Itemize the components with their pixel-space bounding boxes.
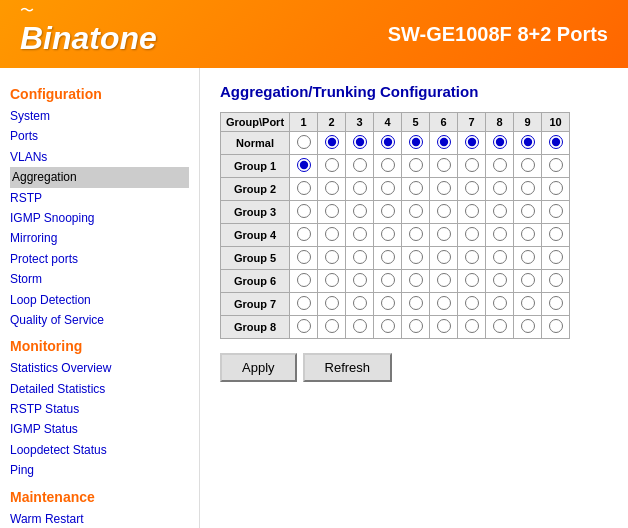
sidebar-link-detailed-statistics[interactable]: Detailed Statistics xyxy=(10,379,189,399)
radio-0-6[interactable] xyxy=(465,135,479,149)
radio-cell-6-8[interactable] xyxy=(514,270,542,293)
radio-6-0[interactable] xyxy=(297,273,311,287)
radio-1-9[interactable] xyxy=(549,158,563,172)
radio-1-8[interactable] xyxy=(521,158,535,172)
radio-cell-0-4[interactable] xyxy=(402,132,430,155)
radio-5-3[interactable] xyxy=(381,250,395,264)
radio-cell-6-4[interactable] xyxy=(402,270,430,293)
radio-4-4[interactable] xyxy=(409,227,423,241)
radio-cell-1-2[interactable] xyxy=(346,155,374,178)
radio-5-9[interactable] xyxy=(549,250,563,264)
radio-3-7[interactable] xyxy=(493,204,507,218)
radio-cell-7-1[interactable] xyxy=(318,293,346,316)
radio-2-5[interactable] xyxy=(437,181,451,195)
radio-5-6[interactable] xyxy=(465,250,479,264)
radio-5-0[interactable] xyxy=(297,250,311,264)
radio-cell-5-4[interactable] xyxy=(402,247,430,270)
radio-cell-0-0[interactable] xyxy=(290,132,318,155)
sidebar-link-rstp-status[interactable]: RSTP Status xyxy=(10,399,189,419)
radio-4-3[interactable] xyxy=(381,227,395,241)
radio-7-7[interactable] xyxy=(493,296,507,310)
radio-7-3[interactable] xyxy=(381,296,395,310)
radio-cell-8-2[interactable] xyxy=(346,316,374,339)
radio-cell-4-0[interactable] xyxy=(290,224,318,247)
radio-2-1[interactable] xyxy=(325,181,339,195)
radio-cell-1-3[interactable] xyxy=(374,155,402,178)
radio-6-7[interactable] xyxy=(493,273,507,287)
radio-4-2[interactable] xyxy=(353,227,367,241)
radio-8-7[interactable] xyxy=(493,319,507,333)
sidebar-link-storm[interactable]: Storm xyxy=(10,269,189,289)
radio-3-1[interactable] xyxy=(325,204,339,218)
radio-cell-8-9[interactable] xyxy=(542,316,570,339)
radio-8-5[interactable] xyxy=(437,319,451,333)
radio-cell-8-3[interactable] xyxy=(374,316,402,339)
sidebar-link-vlans[interactable]: VLANs xyxy=(10,147,189,167)
radio-cell-2-5[interactable] xyxy=(430,178,458,201)
radio-cell-4-5[interactable] xyxy=(430,224,458,247)
radio-1-5[interactable] xyxy=(437,158,451,172)
radio-cell-0-3[interactable] xyxy=(374,132,402,155)
radio-1-2[interactable] xyxy=(353,158,367,172)
radio-8-6[interactable] xyxy=(465,319,479,333)
radio-cell-7-8[interactable] xyxy=(514,293,542,316)
radio-cell-8-1[interactable] xyxy=(318,316,346,339)
sidebar-link-statistics-overview[interactable]: Statistics Overview xyxy=(10,358,189,378)
radio-3-4[interactable] xyxy=(409,204,423,218)
sidebar-link-loop-detection[interactable]: Loop Detection xyxy=(10,290,189,310)
radio-cell-7-4[interactable] xyxy=(402,293,430,316)
radio-5-4[interactable] xyxy=(409,250,423,264)
radio-5-7[interactable] xyxy=(493,250,507,264)
radio-cell-8-8[interactable] xyxy=(514,316,542,339)
radio-4-5[interactable] xyxy=(437,227,451,241)
radio-cell-1-1[interactable] xyxy=(318,155,346,178)
radio-4-0[interactable] xyxy=(297,227,311,241)
radio-6-8[interactable] xyxy=(521,273,535,287)
radio-0-0[interactable] xyxy=(297,135,311,149)
radio-2-9[interactable] xyxy=(549,181,563,195)
radio-2-6[interactable] xyxy=(465,181,479,195)
apply-button[interactable]: Apply xyxy=(220,353,297,382)
radio-cell-3-7[interactable] xyxy=(486,201,514,224)
radio-6-5[interactable] xyxy=(437,273,451,287)
radio-7-8[interactable] xyxy=(521,296,535,310)
radio-cell-6-3[interactable] xyxy=(374,270,402,293)
radio-6-3[interactable] xyxy=(381,273,395,287)
radio-3-6[interactable] xyxy=(465,204,479,218)
radio-3-2[interactable] xyxy=(353,204,367,218)
radio-cell-2-3[interactable] xyxy=(374,178,402,201)
radio-cell-0-7[interactable] xyxy=(486,132,514,155)
radio-cell-5-1[interactable] xyxy=(318,247,346,270)
radio-cell-0-8[interactable] xyxy=(514,132,542,155)
radio-cell-7-2[interactable] xyxy=(346,293,374,316)
radio-cell-1-5[interactable] xyxy=(430,155,458,178)
radio-0-2[interactable] xyxy=(353,135,367,149)
radio-2-3[interactable] xyxy=(381,181,395,195)
radio-cell-0-9[interactable] xyxy=(542,132,570,155)
radio-cell-3-1[interactable] xyxy=(318,201,346,224)
sidebar-link-mirroring[interactable]: Mirroring xyxy=(10,228,189,248)
radio-2-2[interactable] xyxy=(353,181,367,195)
radio-cell-4-1[interactable] xyxy=(318,224,346,247)
radio-cell-5-5[interactable] xyxy=(430,247,458,270)
radio-7-1[interactable] xyxy=(325,296,339,310)
radio-cell-7-5[interactable] xyxy=(430,293,458,316)
radio-cell-8-0[interactable] xyxy=(290,316,318,339)
sidebar-link-quality-of-service[interactable]: Quality of Service xyxy=(10,310,189,330)
radio-cell-3-2[interactable] xyxy=(346,201,374,224)
sidebar-link-loopdetect-status[interactable]: Loopdetect Status xyxy=(10,440,189,460)
radio-3-3[interactable] xyxy=(381,204,395,218)
radio-6-4[interactable] xyxy=(409,273,423,287)
radio-cell-1-4[interactable] xyxy=(402,155,430,178)
radio-cell-5-6[interactable] xyxy=(458,247,486,270)
radio-2-7[interactable] xyxy=(493,181,507,195)
radio-cell-8-5[interactable] xyxy=(430,316,458,339)
sidebar-link-system[interactable]: System xyxy=(10,106,189,126)
radio-cell-7-7[interactable] xyxy=(486,293,514,316)
radio-3-9[interactable] xyxy=(549,204,563,218)
radio-8-1[interactable] xyxy=(325,319,339,333)
radio-7-0[interactable] xyxy=(297,296,311,310)
refresh-button[interactable]: Refresh xyxy=(303,353,393,382)
radio-0-9[interactable] xyxy=(549,135,563,149)
radio-3-5[interactable] xyxy=(437,204,451,218)
